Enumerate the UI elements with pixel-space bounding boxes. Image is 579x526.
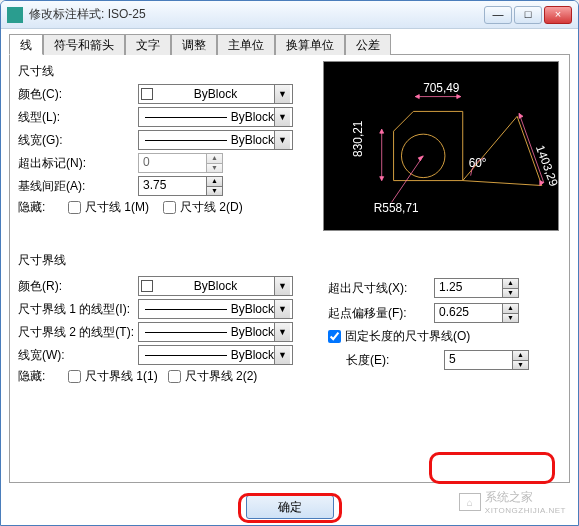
extlines-fixed-label: 固定长度的尺寸界线(O) [345,328,470,345]
window-title: 修改标注样式: ISO-25 [29,6,484,23]
preview-dim-left: 830,21 [351,120,365,157]
extlines-beyond-spinner[interactable]: 1.25 ▲▼ [434,278,519,298]
chevron-down-icon[interactable]: ▼ [274,346,290,364]
dimlines-hide1-checkbox[interactable]: 尺寸线 1(M) [68,199,149,216]
extlines-lineweight-combo[interactable]: ByBlock ▼ [138,345,293,365]
chevron-down-icon[interactable]: ▼ [274,85,290,103]
chevron-down-icon[interactable]: ▼ [274,300,290,318]
dimlines-extend-spinner[interactable]: 0 ▲▼ [138,153,223,173]
dimlines-baseline-label: 基线间距(A): [18,178,138,195]
checkbox-input[interactable] [328,330,341,343]
color-swatch-icon [141,280,153,292]
lineweight-preview-icon [145,140,227,141]
spin-up-icon[interactable]: ▲ [503,304,518,314]
chevron-down-icon[interactable]: ▼ [274,131,290,149]
dimlines-color-label: 颜色(C): [18,86,138,103]
extlines-hide2-label: 尺寸界线 2(2) [185,368,258,385]
app-icon [7,7,23,23]
chevron-down-icon[interactable]: ▼ [274,323,290,341]
watermark-url: XITONGZHIJIA.NET [485,506,566,515]
extlines-color-value: ByBlock [157,279,274,293]
extlines-hide2-checkbox[interactable]: 尺寸界线 2(2) [168,368,258,385]
minimize-button[interactable]: — [484,6,512,24]
tab-symbols-arrows[interactable]: 符号和箭头 [43,34,125,55]
extlines-title: 尺寸界线 [18,252,561,269]
dialog-window: 修改标注样式: ISO-25 — □ × 线 符号和箭头 文字 调整 主单位 换… [0,0,579,526]
dimlines-linetype-value: ByBlock [231,110,274,124]
spin-down-icon[interactable]: ▼ [207,164,222,173]
dimlines-hide1-label: 尺寸线 1(M) [85,199,149,216]
extlines-lineweight-label: 线宽(W): [18,347,138,364]
extlines-offset-spinner[interactable]: 0.625 ▲▼ [434,303,519,323]
tab-primary-units[interactable]: 主单位 [217,34,275,55]
tab-lines[interactable]: 线 [9,34,43,55]
tab-alternate-units[interactable]: 换算单位 [275,34,345,55]
tab-bar: 线 符号和箭头 文字 调整 主单位 换算单位 公差 [9,33,570,55]
dimlines-baseline-value[interactable]: 3.75 [139,177,206,195]
close-button[interactable]: × [544,6,572,24]
dimlines-linetype-label: 线型(L): [18,109,138,126]
color-swatch-icon [141,88,153,100]
titlebar[interactable]: 修改标注样式: ISO-25 — □ × [1,1,578,29]
extlines-hide1-checkbox[interactable]: 尺寸界线 1(1) [68,368,158,385]
dimlines-color-combo[interactable]: ByBlock ▼ [138,84,293,104]
spin-down-icon[interactable]: ▼ [503,289,518,298]
dimlines-hide-label: 隐藏: [18,199,68,216]
extlines-group: 尺寸界线 颜色(R): ByBlock ▼ 尺寸界线 1 的线型( [18,252,561,388]
chevron-down-icon[interactable]: ▼ [274,277,290,295]
preview-image: 705,49 830,21 1403,29 R558,71 60° [323,61,559,231]
dimlines-lineweight-label: 线宽(G): [18,132,138,149]
extlines-color-combo[interactable]: ByBlock ▼ [138,276,293,296]
dimlines-lineweight-value: ByBlock [231,133,274,147]
tab-fit[interactable]: 调整 [171,34,217,55]
checkbox-input[interactable] [68,370,81,383]
spin-up-icon[interactable]: ▲ [207,154,222,164]
extlines-beyond-value[interactable]: 1.25 [435,279,502,297]
extlines-lt2-combo[interactable]: ByBlock ▼ [138,322,293,342]
extlines-lt1-combo[interactable]: ByBlock ▼ [138,299,293,319]
checkbox-input[interactable] [68,201,81,214]
extlines-length-label: 长度(E): [346,352,438,369]
dimlines-hide2-label: 尺寸线 2(D) [180,199,243,216]
dimlines-linetype-combo[interactable]: ByBlock ▼ [138,107,293,127]
tab-text[interactable]: 文字 [125,34,171,55]
spin-down-icon[interactable]: ▼ [503,314,518,323]
tab-tolerances[interactable]: 公差 [345,34,391,55]
linetype-preview-icon [145,309,227,310]
preview-dim-top: 705,49 [423,81,460,95]
extlines-length-spinner[interactable]: 5 ▲▼ [444,350,529,370]
checkbox-input[interactable] [168,370,181,383]
preview-dim-angle: 60° [469,156,487,170]
spin-up-icon[interactable]: ▲ [513,351,528,361]
dimlines-baseline-spinner[interactable]: 3.75 ▲▼ [138,176,223,196]
linetype-preview-icon [145,332,227,333]
dimlines-title: 尺寸线 [18,63,318,80]
linetype-preview-icon [145,117,227,118]
dimlines-hide2-checkbox[interactable]: 尺寸线 2(D) [163,199,243,216]
dimlines-extend-value[interactable]: 0 [139,154,206,172]
dimlines-extend-label: 超出标记(N): [18,155,138,172]
spin-down-icon[interactable]: ▼ [207,187,222,196]
extlines-color-label: 颜色(R): [18,278,138,295]
extlines-lt2-label: 尺寸界线 2 的线型(T): [18,324,138,341]
chevron-down-icon[interactable]: ▼ [274,108,290,126]
watermark: ⌂ 系统之家 XITONGZHIJIA.NET [459,489,566,515]
extlines-offset-value[interactable]: 0.625 [435,304,502,322]
watermark-logo-icon: ⌂ [459,493,481,511]
extlines-lineweight-value: ByBlock [231,348,274,362]
spin-up-icon[interactable]: ▲ [207,177,222,187]
ok-button[interactable]: 确定 [246,495,334,519]
spin-down-icon[interactable]: ▼ [513,361,528,370]
tab-panel: 705,49 830,21 1403,29 R558,71 60° 尺寸线 颜色… [9,55,570,483]
client-area: 线 符号和箭头 文字 调整 主单位 换算单位 公差 [1,29,578,491]
maximize-button[interactable]: □ [514,6,542,24]
extlines-fixed-checkbox[interactable]: 固定长度的尺寸界线(O) [328,328,470,345]
dimlines-group: 尺寸线 颜色(C): ByBlock ▼ 线型(L): ByBlock ▼ [18,63,318,216]
extlines-lt1-label: 尺寸界线 1 的线型(I): [18,301,138,318]
checkbox-input[interactable] [163,201,176,214]
dimlines-lineweight-combo[interactable]: ByBlock ▼ [138,130,293,150]
extlines-length-value[interactable]: 5 [445,351,512,369]
spin-up-icon[interactable]: ▲ [503,279,518,289]
extlines-beyond-label: 超出尺寸线(X): [328,280,428,297]
extlines-lt1-value: ByBlock [231,302,274,316]
